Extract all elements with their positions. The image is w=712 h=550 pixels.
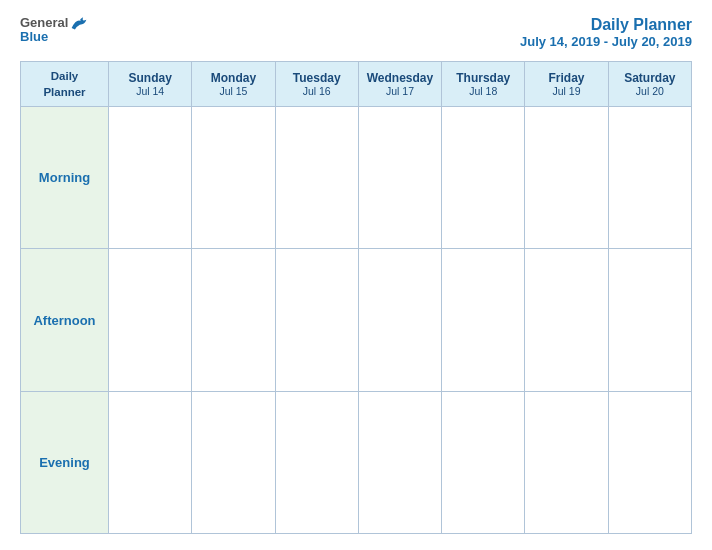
cell-morning-monday[interactable]	[192, 107, 275, 249]
cell-morning-tuesday[interactable]	[275, 107, 358, 249]
logo-area: General Blue	[20, 16, 88, 45]
header-thursday: Thursday Jul 18	[442, 62, 525, 107]
day-date-sunday: Jul 14	[111, 85, 189, 97]
top-header: General Blue Daily Planner July 14, 2019…	[20, 16, 692, 49]
day-date-friday: Jul 19	[527, 85, 605, 97]
logo-general-text: General	[20, 16, 68, 30]
day-date-wednesday: Jul 17	[361, 85, 439, 97]
cell-afternoon-friday[interactable]	[525, 249, 608, 391]
cell-evening-thursday[interactable]	[442, 391, 525, 533]
page-date-range: July 14, 2019 - July 20, 2019	[520, 34, 692, 49]
cell-morning-thursday[interactable]	[442, 107, 525, 249]
row-label-afternoon: Afternoon	[21, 249, 109, 391]
cell-evening-sunday[interactable]	[109, 391, 192, 533]
day-name-monday: Monday	[194, 71, 272, 85]
day-name-sunday: Sunday	[111, 71, 189, 85]
table-row-afternoon: Afternoon	[21, 249, 692, 391]
cell-afternoon-thursday[interactable]	[442, 249, 525, 391]
header-monday: Monday Jul 15	[192, 62, 275, 107]
cell-morning-saturday[interactable]	[608, 107, 691, 249]
logo-bird-icon	[70, 16, 88, 30]
row-label-evening: Evening	[21, 391, 109, 533]
page-title: Daily Planner	[520, 16, 692, 34]
header-label-cell: Daily Planner	[21, 62, 109, 107]
cell-afternoon-tuesday[interactable]	[275, 249, 358, 391]
header-label-line2: Planner	[43, 86, 85, 98]
day-date-thursday: Jul 18	[444, 85, 522, 97]
cell-morning-wednesday[interactable]	[358, 107, 441, 249]
header-saturday: Saturday Jul 20	[608, 62, 691, 107]
row-label-morning: Morning	[21, 107, 109, 249]
cell-evening-tuesday[interactable]	[275, 391, 358, 533]
cell-evening-monday[interactable]	[192, 391, 275, 533]
table-row-morning: Morning	[21, 107, 692, 249]
table-row-evening: Evening	[21, 391, 692, 533]
cell-morning-sunday[interactable]	[109, 107, 192, 249]
page-title-area: Daily Planner July 14, 2019 - July 20, 2…	[520, 16, 692, 49]
header-sunday: Sunday Jul 14	[109, 62, 192, 107]
day-name-wednesday: Wednesday	[361, 71, 439, 85]
header-friday: Friday Jul 19	[525, 62, 608, 107]
cell-afternoon-sunday[interactable]	[109, 249, 192, 391]
logo-blue-text: Blue	[20, 30, 48, 44]
day-name-saturday: Saturday	[611, 71, 689, 85]
cell-evening-saturday[interactable]	[608, 391, 691, 533]
cell-evening-friday[interactable]	[525, 391, 608, 533]
cell-afternoon-wednesday[interactable]	[358, 249, 441, 391]
day-date-saturday: Jul 20	[611, 85, 689, 97]
header-wednesday: Wednesday Jul 17	[358, 62, 441, 107]
day-date-monday: Jul 15	[194, 85, 272, 97]
header-tuesday: Tuesday Jul 16	[275, 62, 358, 107]
cell-afternoon-saturday[interactable]	[608, 249, 691, 391]
day-name-friday: Friday	[527, 71, 605, 85]
day-date-tuesday: Jul 16	[278, 85, 356, 97]
day-name-thursday: Thursday	[444, 71, 522, 85]
header-label-line1: Daily	[51, 70, 79, 82]
cell-evening-wednesday[interactable]	[358, 391, 441, 533]
table-header-row: Daily Planner Sunday Jul 14 Monday Jul 1…	[21, 62, 692, 107]
cell-afternoon-monday[interactable]	[192, 249, 275, 391]
planner-table: Daily Planner Sunday Jul 14 Monday Jul 1…	[20, 61, 692, 534]
cell-morning-friday[interactable]	[525, 107, 608, 249]
day-name-tuesday: Tuesday	[278, 71, 356, 85]
